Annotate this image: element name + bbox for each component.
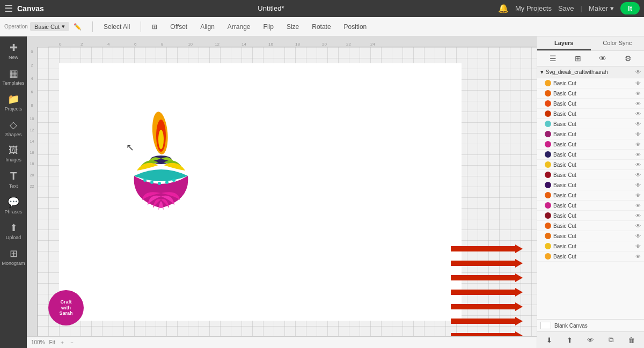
layer-visibility-icon[interactable]: 👁 <box>635 223 641 229</box>
layer-color-dot <box>545 202 551 209</box>
panel-bottom-delete[interactable]: 🗑 <box>626 335 636 346</box>
layer-item[interactable]: Basic Cut 👁 <box>537 231 644 241</box>
sidebar-item-monogram[interactable]: ⊞ Monogram <box>0 245 27 269</box>
group-eye-icon[interactable]: 👁 <box>635 69 641 75</box>
layer-item[interactable]: Basic Cut 👁 <box>537 201 644 211</box>
layer-item[interactable]: Basic Cut 👁 <box>537 78 644 88</box>
canvas-inner[interactable]: ↖ <box>38 47 537 336</box>
position-button[interactable]: Position <box>342 22 369 32</box>
layers-panel-eye-icon[interactable]: 👁 <box>598 53 608 64</box>
layer-visibility-icon[interactable]: 👁 <box>635 213 641 219</box>
layer-item[interactable]: Basic Cut 👁 <box>537 190 644 201</box>
panel-bottom-duplicate[interactable]: ⧉ <box>607 334 615 346</box>
top-bar-right: 🔔 My Projects Save | Maker ▾ It <box>498 2 640 14</box>
sidebar-item-phrases[interactable]: 💬 Phrases <box>0 193 27 218</box>
select-all-group: Select All <box>101 22 132 32</box>
layer-color-dot <box>545 233 551 239</box>
layer-item[interactable]: Basic Cut 👁 <box>537 211 644 221</box>
layer-item[interactable]: Basic Cut 👁 <box>537 241 644 251</box>
offset-button[interactable]: Offset <box>168 22 189 32</box>
menu-icon[interactable]: ☰ <box>4 3 13 14</box>
panel-bottom-move-down[interactable]: ⬇ <box>545 335 554 346</box>
layer-visibility-icon[interactable]: 👁 <box>635 254 641 260</box>
size-button[interactable]: Size <box>284 22 301 32</box>
templates-icon: ▦ <box>9 68 18 79</box>
layer-color-dot <box>545 90 551 97</box>
lamp-svg <box>102 101 220 219</box>
operation-group: Operation Basic Cut ▾ ✏️ <box>4 22 84 32</box>
group-button[interactable]: ⊞ <box>150 22 159 32</box>
layer-color-dot <box>545 161 551 168</box>
select-all-button[interactable]: Select All <box>101 22 132 32</box>
canvas-area: 0 2 4 6 8 10 12 14 16 18 20 22 24 <box>27 36 537 348</box>
layer-visibility-icon[interactable]: 👁 <box>635 91 641 97</box>
layer-item[interactable]: Basic Cut 👁 <box>537 88 644 99</box>
layers-panel-list-icon[interactable]: ☰ <box>548 53 558 64</box>
layer-item[interactable]: Basic Cut 👁 <box>537 109 644 119</box>
bell-icon[interactable]: 🔔 <box>498 3 509 13</box>
layer-item[interactable]: Basic Cut 👁 <box>537 180 644 190</box>
layer-visibility-icon[interactable]: 👁 <box>635 80 641 86</box>
panel-bottom-move-up[interactable]: ⬆ <box>565 335 574 346</box>
layers-panel-grid-icon[interactable]: ⊞ <box>574 53 582 64</box>
align-button[interactable]: Align <box>198 22 217 32</box>
layer-item[interactable]: Basic Cut 👁 <box>537 129 644 139</box>
cursor: ↖ <box>126 143 134 152</box>
rotate-button[interactable]: Rotate <box>310 22 333 32</box>
layer-item[interactable]: Basic Cut 👁 <box>537 119 644 129</box>
layer-visibility-icon[interactable]: 👁 <box>635 182 641 188</box>
layer-visibility-icon[interactable]: 👁 <box>635 192 641 198</box>
svg-point-5 <box>150 181 153 184</box>
sidebar-item-new[interactable]: ✚ New <box>0 39 27 63</box>
panel-bottom-eye-all[interactable]: 👁 <box>586 335 596 346</box>
svg-point-7 <box>165 181 169 184</box>
layer-label: Basic Cut <box>553 111 633 117</box>
layer-visibility-icon[interactable]: 👁 <box>635 111 641 117</box>
layer-visibility-icon[interactable]: 👁 <box>635 131 641 137</box>
layer-label: Basic Cut <box>553 80 633 86</box>
layer-visibility-icon[interactable]: 👁 <box>635 172 641 178</box>
panel-bottom-icons: ⬇ ⬆ 👁 ⧉ 🗑 <box>537 331 644 348</box>
sidebar-item-templates[interactable]: ▦ Templates <box>0 64 27 89</box>
layer-visibility-icon[interactable]: 👁 <box>635 142 641 147</box>
layer-item[interactable]: Basic Cut 👁 <box>537 221 644 231</box>
layer-visibility-icon[interactable]: 👁 <box>635 152 641 158</box>
it-button[interactable]: It <box>620 2 640 14</box>
sidebar-item-upload[interactable]: ⬆ Upload <box>0 219 27 243</box>
layer-group-header[interactable]: ▾ Svg_diwali_craftwithsarah 👁 <box>537 66 644 78</box>
layer-item[interactable]: Basic Cut 👁 <box>537 160 644 170</box>
layer-visibility-icon[interactable]: 👁 <box>635 233 641 239</box>
layer-label: Basic Cut <box>553 152 633 158</box>
zoom-out-icon[interactable]: － <box>69 339 75 346</box>
layer-item[interactable]: Basic Cut 👁 <box>537 251 644 262</box>
save-button[interactable]: Save <box>558 4 574 12</box>
separator2 <box>141 21 141 32</box>
edit-icon[interactable]: ✏️ <box>71 22 84 32</box>
layer-item[interactable]: Basic Cut 👁 <box>537 170 644 180</box>
arrange-button[interactable]: Arrange <box>225 22 253 32</box>
zoom-in-icon[interactable]: ＋ <box>60 339 65 346</box>
layer-visibility-icon[interactable]: 👁 <box>635 101 641 107</box>
sidebar-item-text[interactable]: T Text <box>0 167 27 192</box>
layer-item[interactable]: Basic Cut 👁 <box>537 150 644 160</box>
layers-panel-settings-icon[interactable]: ⚙ <box>624 53 633 64</box>
fit-label: Fit <box>49 339 55 345</box>
tab-layers[interactable]: Layers <box>537 36 591 50</box>
layer-visibility-icon[interactable]: 👁 <box>635 203 641 209</box>
sidebar-item-shapes[interactable]: ◇ Shapes <box>0 116 27 140</box>
flip-button[interactable]: Flip <box>261 22 276 32</box>
maker-dropdown[interactable]: Maker ▾ <box>589 4 614 12</box>
layer-item[interactable]: Basic Cut 👁 <box>537 139 644 150</box>
layer-visibility-icon[interactable]: 👁 <box>635 121 641 127</box>
layer-visibility-icon[interactable]: 👁 <box>635 162 641 168</box>
operation-value[interactable]: Basic Cut ▾ <box>30 22 69 31</box>
app-title: Canvas <box>17 4 44 13</box>
sidebar-item-projects[interactable]: 📁 Projects <box>0 90 27 115</box>
layer-label: Basic Cut <box>553 121 633 127</box>
sidebar-item-images[interactable]: 🖼 Images <box>0 142 27 166</box>
layer-item[interactable]: Basic Cut 👁 <box>537 99 644 109</box>
layer-visibility-icon[interactable]: 👁 <box>635 243 641 249</box>
diwali-lamp[interactable] <box>102 101 220 219</box>
my-projects-link[interactable]: My Projects <box>515 4 552 12</box>
tab-color-sync[interactable]: Color Sync <box>591 36 645 50</box>
